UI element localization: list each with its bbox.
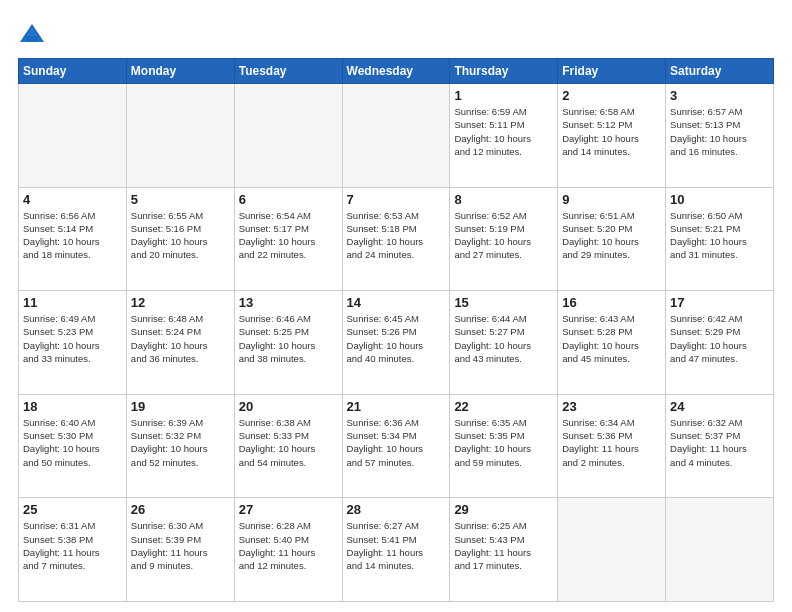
- day-info: Sunrise: 6:54 AM Sunset: 5:17 PM Dayligh…: [239, 209, 338, 262]
- day-number: 17: [670, 295, 769, 310]
- calendar-cell: 2Sunrise: 6:58 AM Sunset: 5:12 PM Daylig…: [558, 84, 666, 188]
- day-info: Sunrise: 6:43 AM Sunset: 5:28 PM Dayligh…: [562, 312, 661, 365]
- calendar-cell: 13Sunrise: 6:46 AM Sunset: 5:25 PM Dayli…: [234, 291, 342, 395]
- weekday-saturday: Saturday: [666, 59, 774, 84]
- day-info: Sunrise: 6:56 AM Sunset: 5:14 PM Dayligh…: [23, 209, 122, 262]
- day-number: 2: [562, 88, 661, 103]
- day-number: 25: [23, 502, 122, 517]
- day-info: Sunrise: 6:48 AM Sunset: 5:24 PM Dayligh…: [131, 312, 230, 365]
- weekday-friday: Friday: [558, 59, 666, 84]
- day-number: 10: [670, 192, 769, 207]
- calendar-cell: 5Sunrise: 6:55 AM Sunset: 5:16 PM Daylig…: [126, 187, 234, 291]
- week-row-2: 11Sunrise: 6:49 AM Sunset: 5:23 PM Dayli…: [19, 291, 774, 395]
- calendar-cell: 27Sunrise: 6:28 AM Sunset: 5:40 PM Dayli…: [234, 498, 342, 602]
- calendar-body: 1Sunrise: 6:59 AM Sunset: 5:11 PM Daylig…: [19, 84, 774, 602]
- day-number: 9: [562, 192, 661, 207]
- day-info: Sunrise: 6:52 AM Sunset: 5:19 PM Dayligh…: [454, 209, 553, 262]
- calendar-cell: 17Sunrise: 6:42 AM Sunset: 5:29 PM Dayli…: [666, 291, 774, 395]
- logo: [18, 22, 50, 50]
- week-row-4: 25Sunrise: 6:31 AM Sunset: 5:38 PM Dayli…: [19, 498, 774, 602]
- day-number: 6: [239, 192, 338, 207]
- day-info: Sunrise: 6:31 AM Sunset: 5:38 PM Dayligh…: [23, 519, 122, 572]
- day-number: 23: [562, 399, 661, 414]
- day-info: Sunrise: 6:42 AM Sunset: 5:29 PM Dayligh…: [670, 312, 769, 365]
- day-info: Sunrise: 6:38 AM Sunset: 5:33 PM Dayligh…: [239, 416, 338, 469]
- day-number: 14: [347, 295, 446, 310]
- day-number: 20: [239, 399, 338, 414]
- calendar-cell: [126, 84, 234, 188]
- day-number: 19: [131, 399, 230, 414]
- day-info: Sunrise: 6:36 AM Sunset: 5:34 PM Dayligh…: [347, 416, 446, 469]
- calendar-cell: 23Sunrise: 6:34 AM Sunset: 5:36 PM Dayli…: [558, 394, 666, 498]
- day-number: 11: [23, 295, 122, 310]
- calendar-cell: 11Sunrise: 6:49 AM Sunset: 5:23 PM Dayli…: [19, 291, 127, 395]
- page: SundayMondayTuesdayWednesdayThursdayFrid…: [0, 0, 792, 612]
- calendar-cell: [666, 498, 774, 602]
- calendar-cell: 28Sunrise: 6:27 AM Sunset: 5:41 PM Dayli…: [342, 498, 450, 602]
- day-info: Sunrise: 6:34 AM Sunset: 5:36 PM Dayligh…: [562, 416, 661, 469]
- calendar: SundayMondayTuesdayWednesdayThursdayFrid…: [18, 58, 774, 602]
- week-row-0: 1Sunrise: 6:59 AM Sunset: 5:11 PM Daylig…: [19, 84, 774, 188]
- day-number: 28: [347, 502, 446, 517]
- day-number: 5: [131, 192, 230, 207]
- weekday-tuesday: Tuesday: [234, 59, 342, 84]
- calendar-cell: [19, 84, 127, 188]
- day-info: Sunrise: 6:39 AM Sunset: 5:32 PM Dayligh…: [131, 416, 230, 469]
- weekday-row: SundayMondayTuesdayWednesdayThursdayFrid…: [19, 59, 774, 84]
- calendar-cell: [342, 84, 450, 188]
- weekday-thursday: Thursday: [450, 59, 558, 84]
- day-info: Sunrise: 6:53 AM Sunset: 5:18 PM Dayligh…: [347, 209, 446, 262]
- calendar-cell: 25Sunrise: 6:31 AM Sunset: 5:38 PM Dayli…: [19, 498, 127, 602]
- day-number: 29: [454, 502, 553, 517]
- calendar-cell: 4Sunrise: 6:56 AM Sunset: 5:14 PM Daylig…: [19, 187, 127, 291]
- logo-icon: [18, 22, 46, 50]
- day-number: 13: [239, 295, 338, 310]
- calendar-cell: [558, 498, 666, 602]
- calendar-cell: 6Sunrise: 6:54 AM Sunset: 5:17 PM Daylig…: [234, 187, 342, 291]
- week-row-1: 4Sunrise: 6:56 AM Sunset: 5:14 PM Daylig…: [19, 187, 774, 291]
- day-number: 22: [454, 399, 553, 414]
- day-number: 16: [562, 295, 661, 310]
- day-number: 1: [454, 88, 553, 103]
- day-info: Sunrise: 6:40 AM Sunset: 5:30 PM Dayligh…: [23, 416, 122, 469]
- calendar-cell: 20Sunrise: 6:38 AM Sunset: 5:33 PM Dayli…: [234, 394, 342, 498]
- calendar-cell: 15Sunrise: 6:44 AM Sunset: 5:27 PM Dayli…: [450, 291, 558, 395]
- day-info: Sunrise: 6:59 AM Sunset: 5:11 PM Dayligh…: [454, 105, 553, 158]
- calendar-cell: 12Sunrise: 6:48 AM Sunset: 5:24 PM Dayli…: [126, 291, 234, 395]
- day-info: Sunrise: 6:30 AM Sunset: 5:39 PM Dayligh…: [131, 519, 230, 572]
- weekday-sunday: Sunday: [19, 59, 127, 84]
- weekday-wednesday: Wednesday: [342, 59, 450, 84]
- day-number: 26: [131, 502, 230, 517]
- day-number: 27: [239, 502, 338, 517]
- day-number: 18: [23, 399, 122, 414]
- calendar-cell: 7Sunrise: 6:53 AM Sunset: 5:18 PM Daylig…: [342, 187, 450, 291]
- day-info: Sunrise: 6:51 AM Sunset: 5:20 PM Dayligh…: [562, 209, 661, 262]
- day-info: Sunrise: 6:44 AM Sunset: 5:27 PM Dayligh…: [454, 312, 553, 365]
- day-number: 12: [131, 295, 230, 310]
- day-number: 21: [347, 399, 446, 414]
- calendar-cell: 26Sunrise: 6:30 AM Sunset: 5:39 PM Dayli…: [126, 498, 234, 602]
- weekday-monday: Monday: [126, 59, 234, 84]
- week-row-3: 18Sunrise: 6:40 AM Sunset: 5:30 PM Dayli…: [19, 394, 774, 498]
- day-info: Sunrise: 6:35 AM Sunset: 5:35 PM Dayligh…: [454, 416, 553, 469]
- calendar-cell: 22Sunrise: 6:35 AM Sunset: 5:35 PM Dayli…: [450, 394, 558, 498]
- day-info: Sunrise: 6:27 AM Sunset: 5:41 PM Dayligh…: [347, 519, 446, 572]
- day-number: 15: [454, 295, 553, 310]
- day-number: 7: [347, 192, 446, 207]
- day-info: Sunrise: 6:50 AM Sunset: 5:21 PM Dayligh…: [670, 209, 769, 262]
- day-info: Sunrise: 6:46 AM Sunset: 5:25 PM Dayligh…: [239, 312, 338, 365]
- day-number: 8: [454, 192, 553, 207]
- calendar-cell: 9Sunrise: 6:51 AM Sunset: 5:20 PM Daylig…: [558, 187, 666, 291]
- calendar-cell: 19Sunrise: 6:39 AM Sunset: 5:32 PM Dayli…: [126, 394, 234, 498]
- day-number: 3: [670, 88, 769, 103]
- calendar-cell: 10Sunrise: 6:50 AM Sunset: 5:21 PM Dayli…: [666, 187, 774, 291]
- calendar-cell: 1Sunrise: 6:59 AM Sunset: 5:11 PM Daylig…: [450, 84, 558, 188]
- calendar-cell: 21Sunrise: 6:36 AM Sunset: 5:34 PM Dayli…: [342, 394, 450, 498]
- calendar-cell: 16Sunrise: 6:43 AM Sunset: 5:28 PM Dayli…: [558, 291, 666, 395]
- calendar-cell: 18Sunrise: 6:40 AM Sunset: 5:30 PM Dayli…: [19, 394, 127, 498]
- day-info: Sunrise: 6:25 AM Sunset: 5:43 PM Dayligh…: [454, 519, 553, 572]
- calendar-cell: 29Sunrise: 6:25 AM Sunset: 5:43 PM Dayli…: [450, 498, 558, 602]
- day-number: 24: [670, 399, 769, 414]
- header: [18, 18, 774, 50]
- day-number: 4: [23, 192, 122, 207]
